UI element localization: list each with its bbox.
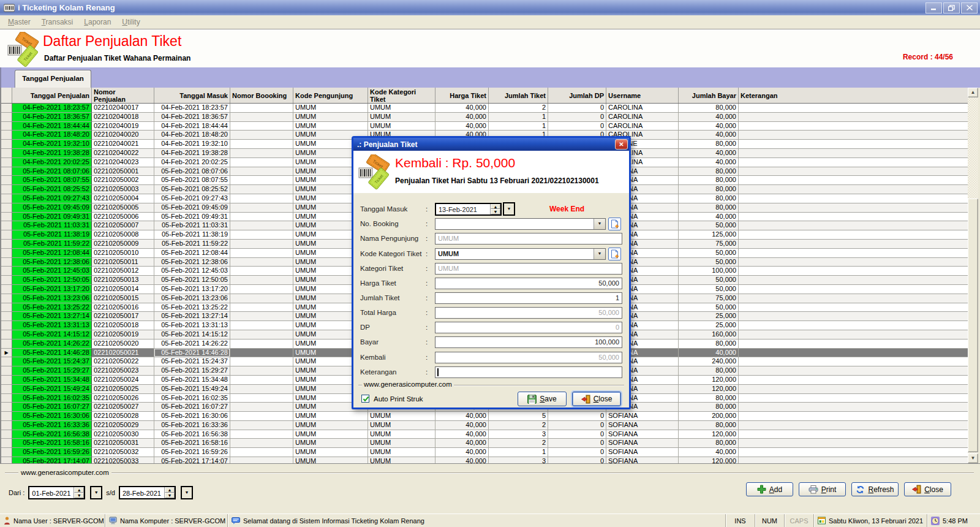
table-cell[interactable] [739,113,968,122]
table-cell[interactable]: 50,000 [679,249,739,258]
date-to-picker[interactable]: 28-Feb-2021 ▲▼ [119,486,176,499]
table-cell[interactable]: 022102040022 [92,149,154,158]
table-cell[interactable]: 05-Feb-2021 14:26:22 [154,339,230,349]
table-cell[interactable]: 50,000 [679,276,739,285]
table-cell[interactable]: 05-Feb-2021 16:30:06 [12,412,92,421]
table-cell[interactable]: 05-Feb-2021 15:34:48 [12,376,92,385]
table-cell[interactable]: 04-Feb-2021 18:44:44 [154,122,230,131]
column-header[interactable]: Tanggal Penjualan [12,88,92,103]
column-header[interactable]: Kode Pengunjung [293,88,368,103]
table-cell[interactable]: 40,000 [435,104,489,113]
table-cell[interactable]: UMUM [293,122,368,131]
table-cell[interactable] [230,122,293,131]
table-cell[interactable] [230,303,293,313]
table-cell[interactable]: 40,000 [679,448,739,457]
table-cell[interactable]: 80,000 [679,339,739,349]
table-cell[interactable] [739,448,968,457]
table-cell[interactable]: 05-Feb-2021 17:14:07 [12,457,92,463]
table-cell[interactable]: 40,000 [435,412,489,421]
table-cell[interactable]: 0 [548,122,606,131]
table-cell[interactable]: 120,000 [679,385,739,394]
table-cell[interactable] [230,312,293,321]
table-cell[interactable]: 1 [489,448,548,457]
table-cell[interactable]: 40,000 [435,457,489,463]
date-from-picker[interactable]: 01-Feb-2021 ▲▼ [28,486,85,499]
table-cell[interactable]: 022102050020 [92,339,154,349]
table-cell[interactable] [739,412,968,421]
table-cell[interactable]: UMUM [368,421,435,430]
table-cell[interactable]: 05-Feb-2021 11:03:31 [154,221,230,230]
table-cell[interactable]: 05-Feb-2021 15:29:27 [12,366,92,376]
dialog-close-button[interactable]: Close [572,392,621,406]
table-cell[interactable] [739,403,968,412]
table-cell[interactable] [230,321,293,330]
table-cell[interactable]: 022102050029 [92,421,154,430]
table-cell[interactable]: 022102050033 [92,457,154,463]
table-cell[interactable]: 80,000 [679,421,739,430]
table-cell[interactable]: 80,000 [679,104,739,113]
table-cell[interactable] [230,412,293,421]
table-cell[interactable]: 05-Feb-2021 16:07:27 [154,403,230,412]
table-cell[interactable]: 05-Feb-2021 11:38:19 [12,230,92,240]
table-cell[interactable]: 05-Feb-2021 14:15:12 [12,330,92,339]
table-cell[interactable]: 022102050021 [92,349,154,358]
table-cell[interactable]: 022102050016 [92,303,154,313]
table-cell[interactable]: 05-Feb-2021 15:24:37 [154,357,230,366]
table-cell[interactable]: 022102040018 [92,113,154,122]
table-row[interactable]: 05-Feb-2021 16:59:2602210205003205-Feb-2… [1,448,968,457]
table-cell[interactable]: 022102050031 [92,439,154,448]
table-cell[interactable] [739,294,968,303]
table-cell[interactable]: 75,000 [679,240,739,249]
table-cell[interactable] [230,430,293,439]
table-cell[interactable]: 50,000 [679,221,739,230]
jumlah-tiket-input[interactable]: 1 [435,292,622,304]
table-cell[interactable] [739,357,968,366]
table-cell[interactable]: UMUM [368,448,435,457]
table-cell[interactable]: 0 [548,457,606,463]
table-cell[interactable]: 022102040017 [92,104,154,113]
table-cell[interactable] [739,330,968,339]
column-header[interactable]: Harga Tiket [435,88,489,103]
table-cell[interactable]: 022102050019 [92,330,154,339]
table-cell[interactable]: 05-Feb-2021 12:38:06 [154,258,230,267]
table-cell[interactable]: 05-Feb-2021 13:27:14 [12,312,92,321]
table-cell[interactable] [230,185,293,194]
table-cell[interactable]: 022102050007 [92,221,154,230]
table-cell[interactable]: 05-Feb-2021 09:49:31 [154,213,230,222]
table-cell[interactable] [739,104,968,113]
table-row[interactable]: 05-Feb-2021 16:56:3802210205003005-Feb-2… [1,430,968,439]
column-header[interactable]: Keterangan [739,88,968,103]
table-cell[interactable]: 022102050014 [92,285,154,294]
date-from-spinner[interactable]: ▲▼ [74,487,84,498]
table-cell[interactable]: 40,000 [435,439,489,448]
table-cell[interactable] [739,439,968,448]
table-cell[interactable]: 04-Feb-2021 18:36:57 [154,113,230,122]
table-cell[interactable]: 100,000 [679,267,739,276]
table-cell[interactable]: 022102050017 [92,312,154,321]
date-from-value[interactable]: 01-Feb-2021 [29,487,74,498]
bayar-input[interactable]: 100,000 [435,336,622,348]
table-cell[interactable]: 022102050028 [92,412,154,421]
table-cell[interactable]: 05-Feb-2021 16:59:26 [12,448,92,457]
date-to-spinner[interactable]: ▲▼ [164,487,175,498]
table-cell[interactable] [739,303,968,313]
tanggal-masuk-input[interactable]: 13-Feb-2021▲▼ [435,203,502,216]
menu-utility[interactable]: Utility [116,16,145,28]
dialog-close-icon[interactable]: ✕ [615,139,628,150]
table-cell[interactable]: 0 [548,439,606,448]
kode-kategori-tiket-combobox[interactable]: UMUM▼ [435,248,606,260]
table-cell[interactable]: 05-Feb-2021 12:08:44 [12,249,92,258]
add-button[interactable]: Add [746,482,793,496]
table-cell[interactable]: 022102050009 [92,240,154,249]
table-cell[interactable] [739,167,968,176]
table-cell[interactable]: 05-Feb-2021 13:27:14 [154,312,230,321]
date-to-dropdown[interactable]: ▼ [181,486,193,499]
table-cell[interactable]: UMUM [293,104,368,113]
table-cell[interactable] [739,258,968,267]
table-cell[interactable] [739,176,968,185]
table-cell[interactable]: 05-Feb-2021 16:56:38 [154,430,230,439]
table-cell[interactable]: 022102050008 [92,230,154,240]
table-cell[interactable]: 05-Feb-2021 17:14:07 [154,457,230,463]
table-cell[interactable] [739,158,968,167]
table-cell[interactable]: 1 [489,113,548,122]
